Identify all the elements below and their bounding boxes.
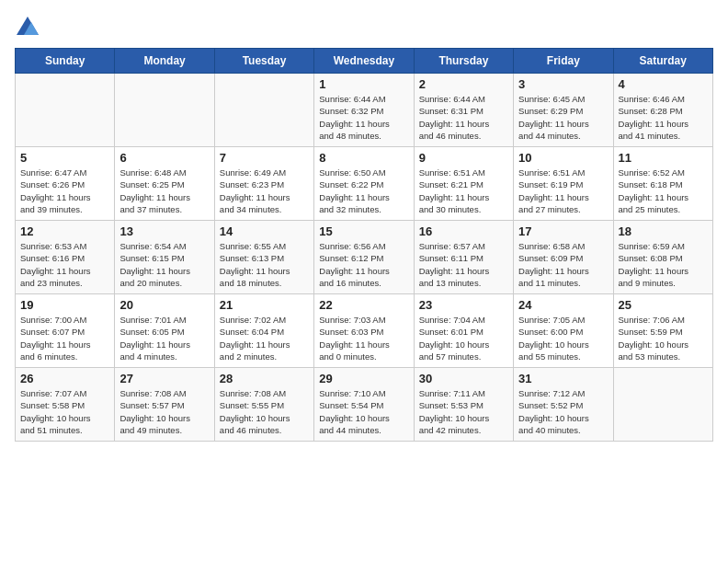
day-info: Sunrise: 6:54 AMSunset: 6:15 PMDaylight:…: [119, 240, 209, 289]
column-header-sunday: Sunday: [16, 49, 115, 74]
day-number: 7: [220, 151, 309, 165]
day-number: 26: [20, 372, 109, 385]
day-info: Sunrise: 6:46 AMSunset: 6:28 PMDaylight:…: [619, 93, 708, 142]
calendar-cell: 8Sunrise: 6:50 AMSunset: 6:22 PMDaylight…: [314, 147, 414, 221]
day-number: 10: [518, 151, 608, 165]
logo-icon: [15, 15, 40, 40]
day-number: 12: [20, 224, 109, 238]
calendar-header: SundayMondayTuesdayWednesdayThursdayFrid…: [16, 49, 713, 74]
day-number: 14: [220, 224, 309, 238]
calendar-table: SundayMondayTuesdayWednesdayThursdayFrid…: [15, 48, 713, 442]
calendar-week-5: 26Sunrise: 7:07 AMSunset: 5:58 PMDayligh…: [16, 368, 713, 442]
day-info: Sunrise: 7:12 AMSunset: 5:52 PMDaylight:…: [518, 387, 608, 436]
calendar-cell: 6Sunrise: 6:48 AMSunset: 6:25 PMDaylight…: [115, 147, 214, 221]
calendar-cell: 5Sunrise: 6:47 AMSunset: 6:26 PMDaylight…: [16, 147, 115, 221]
day-number: 22: [319, 298, 408, 312]
day-info: Sunrise: 6:53 AMSunset: 6:16 PMDaylight:…: [20, 240, 109, 289]
day-number: 27: [119, 372, 209, 385]
calendar-cell: 26Sunrise: 7:07 AMSunset: 5:58 PMDayligh…: [16, 368, 115, 442]
calendar-cell: 15Sunrise: 6:56 AMSunset: 6:12 PMDayligh…: [314, 221, 414, 294]
day-number: 16: [419, 224, 508, 238]
day-info: Sunrise: 7:02 AMSunset: 6:04 PMDaylight:…: [220, 314, 309, 362]
day-number: 20: [119, 298, 209, 312]
calendar-cell: 4Sunrise: 6:46 AMSunset: 6:28 PMDaylight…: [613, 74, 712, 147]
day-number: 5: [20, 151, 109, 165]
calendar-cell: 25Sunrise: 7:06 AMSunset: 5:59 PMDayligh…: [613, 294, 712, 368]
day-info: Sunrise: 7:04 AMSunset: 6:01 PMDaylight:…: [419, 314, 508, 362]
column-header-wednesday: Wednesday: [314, 49, 414, 74]
day-number: 18: [619, 224, 708, 238]
day-number: 3: [518, 77, 608, 91]
day-number: 30: [419, 372, 508, 385]
day-info: Sunrise: 7:06 AMSunset: 5:59 PMDaylight:…: [619, 314, 708, 362]
day-number: 17: [518, 224, 608, 238]
page-header: [15, 15, 713, 40]
calendar-cell: 11Sunrise: 6:52 AMSunset: 6:18 PMDayligh…: [613, 147, 712, 221]
day-info: Sunrise: 7:01 AMSunset: 6:05 PMDaylight:…: [119, 314, 209, 362]
day-number: 2: [419, 77, 508, 91]
day-number: 4: [619, 77, 708, 91]
day-info: Sunrise: 6:52 AMSunset: 6:18 PMDaylight:…: [619, 167, 708, 215]
day-info: Sunrise: 6:55 AMSunset: 6:13 PMDaylight:…: [220, 240, 309, 289]
column-header-saturday: Saturday: [613, 49, 712, 74]
day-number: 23: [419, 298, 508, 312]
logo: [15, 15, 44, 40]
day-number: 1: [319, 77, 408, 91]
calendar-cell: [214, 74, 313, 147]
day-number: 13: [119, 224, 209, 238]
day-number: 19: [20, 298, 109, 312]
day-info: Sunrise: 6:48 AMSunset: 6:25 PMDaylight:…: [119, 167, 209, 215]
calendar-cell: 19Sunrise: 7:00 AMSunset: 6:07 PMDayligh…: [16, 294, 115, 368]
calendar-cell: 23Sunrise: 7:04 AMSunset: 6:01 PMDayligh…: [414, 294, 513, 368]
day-info: Sunrise: 6:56 AMSunset: 6:12 PMDaylight:…: [319, 240, 408, 289]
column-header-thursday: Thursday: [414, 49, 513, 74]
calendar-cell: 14Sunrise: 6:55 AMSunset: 6:13 PMDayligh…: [214, 221, 313, 294]
day-number: 21: [220, 298, 309, 312]
calendar-cell: 17Sunrise: 6:58 AMSunset: 6:09 PMDayligh…: [514, 221, 613, 294]
calendar-cell: 21Sunrise: 7:02 AMSunset: 6:04 PMDayligh…: [214, 294, 313, 368]
day-number: 24: [518, 298, 608, 312]
calendar-cell: [613, 368, 712, 442]
calendar-cell: 9Sunrise: 6:51 AMSunset: 6:21 PMDaylight…: [414, 147, 513, 221]
calendar-cell: 2Sunrise: 6:44 AMSunset: 6:31 PMDaylight…: [414, 74, 513, 147]
day-info: Sunrise: 6:51 AMSunset: 6:19 PMDaylight:…: [518, 167, 608, 215]
calendar-cell: 30Sunrise: 7:11 AMSunset: 5:53 PMDayligh…: [414, 368, 513, 442]
day-info: Sunrise: 7:03 AMSunset: 6:03 PMDaylight:…: [319, 314, 408, 362]
day-info: Sunrise: 6:57 AMSunset: 6:11 PMDaylight:…: [419, 240, 508, 289]
day-number: 31: [518, 372, 608, 385]
day-number: 11: [619, 151, 708, 165]
calendar-cell: 3Sunrise: 6:45 AMSunset: 6:29 PMDaylight…: [514, 74, 613, 147]
calendar-cell: 31Sunrise: 7:12 AMSunset: 5:52 PMDayligh…: [514, 368, 613, 442]
day-info: Sunrise: 7:05 AMSunset: 6:00 PMDaylight:…: [518, 314, 608, 362]
calendar-cell: 29Sunrise: 7:10 AMSunset: 5:54 PMDayligh…: [314, 368, 414, 442]
day-info: Sunrise: 6:49 AMSunset: 6:23 PMDaylight:…: [220, 167, 309, 215]
calendar-cell: 22Sunrise: 7:03 AMSunset: 6:03 PMDayligh…: [314, 294, 414, 368]
day-number: 15: [319, 224, 408, 238]
calendar-cell: 16Sunrise: 6:57 AMSunset: 6:11 PMDayligh…: [414, 221, 513, 294]
day-info: Sunrise: 6:44 AMSunset: 6:31 PMDaylight:…: [419, 93, 508, 142]
column-header-monday: Monday: [115, 49, 214, 74]
day-info: Sunrise: 6:45 AMSunset: 6:29 PMDaylight:…: [518, 93, 608, 142]
day-number: 25: [619, 298, 708, 312]
day-info: Sunrise: 6:58 AMSunset: 6:09 PMDaylight:…: [518, 240, 608, 289]
calendar-week-4: 19Sunrise: 7:00 AMSunset: 6:07 PMDayligh…: [16, 294, 713, 368]
calendar-cell: 7Sunrise: 6:49 AMSunset: 6:23 PMDaylight…: [214, 147, 313, 221]
day-info: Sunrise: 6:59 AMSunset: 6:08 PMDaylight:…: [619, 240, 708, 289]
day-info: Sunrise: 7:08 AMSunset: 5:55 PMDaylight:…: [220, 387, 309, 436]
day-info: Sunrise: 7:07 AMSunset: 5:58 PMDaylight:…: [20, 387, 109, 436]
column-header-tuesday: Tuesday: [214, 49, 313, 74]
calendar-week-2: 5Sunrise: 6:47 AMSunset: 6:26 PMDaylight…: [16, 147, 713, 221]
day-info: Sunrise: 6:47 AMSunset: 6:26 PMDaylight:…: [20, 167, 109, 215]
calendar-cell: [115, 74, 214, 147]
day-info: Sunrise: 7:00 AMSunset: 6:07 PMDaylight:…: [20, 314, 109, 362]
day-number: 29: [319, 372, 408, 385]
calendar-body: 1Sunrise: 6:44 AMSunset: 6:32 PMDaylight…: [16, 74, 713, 442]
calendar-cell: 18Sunrise: 6:59 AMSunset: 6:08 PMDayligh…: [613, 221, 712, 294]
day-info: Sunrise: 7:10 AMSunset: 5:54 PMDaylight:…: [319, 387, 408, 436]
calendar-cell: 28Sunrise: 7:08 AMSunset: 5:55 PMDayligh…: [214, 368, 313, 442]
calendar-cell: 27Sunrise: 7:08 AMSunset: 5:57 PMDayligh…: [115, 368, 214, 442]
calendar-week-1: 1Sunrise: 6:44 AMSunset: 6:32 PMDaylight…: [16, 74, 713, 147]
day-number: 28: [220, 372, 309, 385]
day-info: Sunrise: 7:08 AMSunset: 5:57 PMDaylight:…: [119, 387, 209, 436]
day-info: Sunrise: 6:51 AMSunset: 6:21 PMDaylight:…: [419, 167, 508, 215]
